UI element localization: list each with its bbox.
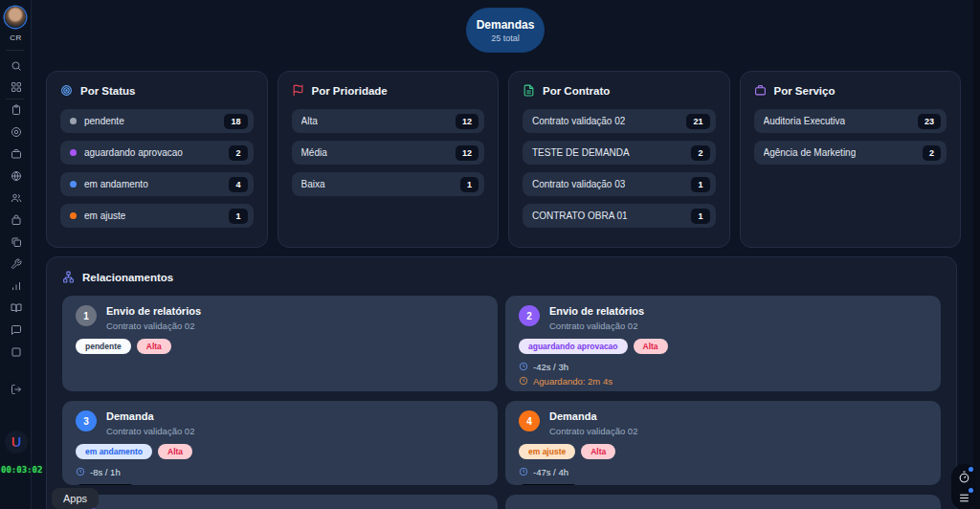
priority-row-media[interactable]: Média 12 xyxy=(292,141,485,165)
status-dot xyxy=(70,212,77,219)
count-badge: 1 xyxy=(229,209,247,224)
time-spent: -42s / 3h xyxy=(533,362,568,372)
time-spent: -47s / 4h xyxy=(533,467,568,477)
priority-row-baixa[interactable]: Baixa 1 xyxy=(292,172,485,196)
demand-contract: Contrato validação 02 xyxy=(549,426,637,436)
sidebar-nav xyxy=(0,104,32,358)
total-count: 25 total xyxy=(491,33,520,43)
square-icon[interactable] xyxy=(0,346,32,358)
count-badge: 2 xyxy=(923,145,941,161)
chat-icon[interactable] xyxy=(0,324,32,336)
stopwatch-icon[interactable] xyxy=(956,469,972,484)
book-icon[interactable] xyxy=(0,302,32,314)
contract-row[interactable]: CONTRATO OBRA 01 1 xyxy=(523,204,716,228)
card-por-status: Por Status pendente 18 aguardando aprova… xyxy=(46,71,268,248)
contract-row[interactable]: Contrato validação 03 1 xyxy=(523,172,716,196)
card-number: 3 xyxy=(76,410,97,432)
card-title: Por Status xyxy=(80,85,136,97)
search-icon[interactable] xyxy=(0,57,32,75)
status-row-ajuste[interactable]: em ajuste 1 xyxy=(60,204,254,228)
page-title: Demandas xyxy=(477,18,535,32)
count-badge: 4 xyxy=(229,177,247,192)
card-number: 1 xyxy=(76,305,97,326)
divider xyxy=(6,99,24,100)
demand-contract: Contrato validação 02 xyxy=(549,321,644,331)
count-badge: 18 xyxy=(224,114,247,129)
count-badge: 1 xyxy=(691,177,709,192)
app-logo[interactable]: U xyxy=(5,431,28,454)
card-title: Por Prioridade xyxy=(312,85,388,97)
clock-icon xyxy=(519,376,528,386)
contract-row[interactable]: Contrato validação 02 21 xyxy=(523,109,716,133)
section-title: Relacionamentos xyxy=(82,272,173,283)
flag-icon xyxy=(292,84,304,97)
status-badge: em andamento xyxy=(76,444,152,459)
app-root: CR xyxy=(0,0,980,509)
relationship-card-1[interactable]: 1 Envio de relatórios Contrato validação… xyxy=(62,296,498,391)
card-number: 2 xyxy=(519,305,540,326)
status-row-pendente[interactable]: pendente 18 xyxy=(60,109,254,133)
count-badge: 1 xyxy=(691,209,709,224)
document-icon xyxy=(523,84,535,97)
pause-button[interactable]: Pausa xyxy=(519,484,578,485)
relationships-grid: 1 Envio de relatórios Contrato validação… xyxy=(62,296,941,509)
demand-title: Demanda xyxy=(106,410,194,424)
disc-icon xyxy=(60,84,73,97)
bag-icon[interactable] xyxy=(0,214,32,226)
service-row[interactable]: Agência de Marketing 2 xyxy=(754,141,947,165)
scrollbar-track[interactable] xyxy=(973,0,980,509)
copy-icon[interactable] xyxy=(0,236,32,248)
org-chart-icon xyxy=(62,271,75,283)
clock-icon xyxy=(76,467,85,476)
count-badge: 2 xyxy=(229,145,247,161)
priority-row-alta[interactable]: Alta 12 xyxy=(292,109,485,133)
card-title: Por Serviço xyxy=(774,85,835,97)
waiting-time: Aguardando: 2m 4s xyxy=(533,376,612,387)
relationship-card-2[interactable]: 2 Envio de relatórios Contrato validação… xyxy=(505,296,941,391)
user-avatar[interactable] xyxy=(5,7,26,28)
relationship-card-4[interactable]: 4 Demanda Contrato validação 02 em ajust… xyxy=(505,401,941,485)
clipboard-icon[interactable] xyxy=(0,104,32,116)
relationship-card-5[interactable] xyxy=(62,495,498,509)
pause-button[interactable]: Pausa xyxy=(76,484,135,485)
time-spent: -8s / 1h xyxy=(90,467,121,477)
status-badge: aguardando aprovacao xyxy=(519,339,628,354)
relationship-card-6[interactable] xyxy=(505,495,941,509)
demand-title: Demanda xyxy=(549,410,637,424)
status-row-andamento[interactable]: em andamento 4 xyxy=(60,172,254,196)
count-badge: 21 xyxy=(686,114,709,129)
status-badge: pendente xyxy=(76,339,131,354)
users-icon[interactable] xyxy=(0,192,32,204)
service-row[interactable]: Auditoria Executiva 23 xyxy=(754,109,947,133)
session-timer: 00:03:02 xyxy=(1,465,42,475)
apps-grid-icon[interactable] xyxy=(0,78,32,96)
relationship-card-3[interactable]: 3 Demanda Contrato validação 02 em andam… xyxy=(62,401,498,485)
status-badge: em ajuste xyxy=(519,444,575,459)
demand-contract: Contrato validação 02 xyxy=(106,321,201,331)
card-por-prioridade: Por Prioridade Alta 12 Média 12 Baixa 1 xyxy=(278,71,500,248)
briefcase-icon xyxy=(754,84,767,97)
card-title: Por Contrato xyxy=(543,85,610,97)
clock-icon xyxy=(519,467,528,476)
count-badge: 12 xyxy=(456,114,479,129)
count-badge: 12 xyxy=(456,145,479,161)
globe-icon[interactable] xyxy=(0,170,32,182)
chart-icon[interactable] xyxy=(0,280,32,292)
status-dot xyxy=(70,149,77,156)
demand-title: Envio de relatórios xyxy=(549,305,644,319)
status-row-aguardando[interactable]: aguardando aprovacao 2 xyxy=(60,141,254,165)
disc-icon[interactable] xyxy=(0,126,32,138)
contract-row[interactable]: TESTE DE DEMANDA 2 xyxy=(523,141,716,165)
logout-icon[interactable] xyxy=(0,381,32,398)
user-initials: CR xyxy=(0,33,32,42)
list-icon[interactable] xyxy=(956,490,972,505)
count-badge: 1 xyxy=(460,177,479,192)
wrench-icon[interactable] xyxy=(0,258,32,270)
apps-tooltip: Apps xyxy=(52,488,99,509)
divider xyxy=(6,50,24,51)
relationships-panel: Relacionamentos 1 Envio de relatórios Co… xyxy=(46,256,957,509)
count-badge: 2 xyxy=(691,145,709,161)
demand-contract: Contrato validação 02 xyxy=(106,426,194,436)
priority-badge: Alta xyxy=(158,444,192,459)
briefcase-icon[interactable] xyxy=(0,148,32,160)
